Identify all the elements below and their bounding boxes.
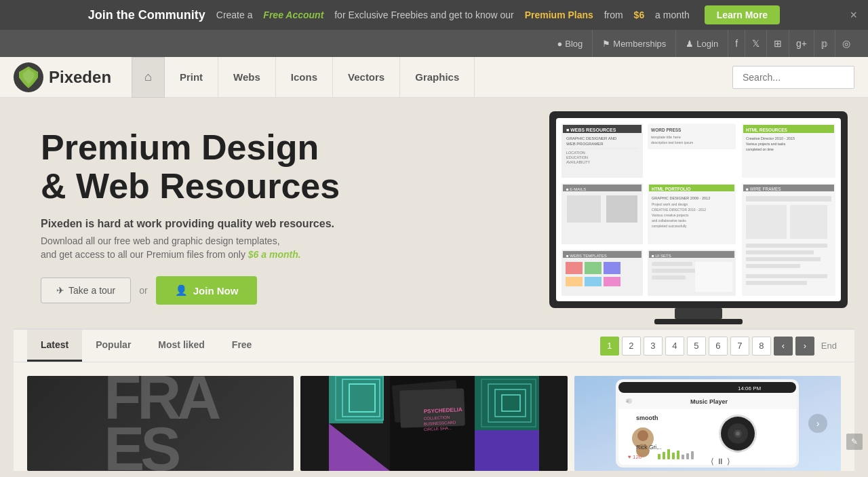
svg-text:≡: ≡ bbox=[626, 398, 629, 404]
hero-title: Premium Design & Web Resources bbox=[41, 128, 340, 206]
page-8-button[interactable]: 8 bbox=[752, 337, 771, 356]
search-area bbox=[732, 66, 854, 89]
svg-text:and collaborative tasks: and collaborative tasks bbox=[652, 218, 686, 223]
banner-title: Join the Community bbox=[88, 8, 205, 22]
nav-vectors[interactable]: Vectors bbox=[333, 57, 400, 98]
svg-text:LOCATION: LOCATION bbox=[566, 151, 585, 155]
main-header: Pixeden ⌂ Print Webs Icons Vectors Graph… bbox=[0, 57, 868, 98]
svg-rect-112 bbox=[686, 453, 689, 459]
svg-text:Project work and design: Project work and design bbox=[652, 202, 688, 206]
svg-text:■ WEBS RESOURCES: ■ WEBS RESOURCES bbox=[566, 128, 616, 132]
svg-text:14:06 PM: 14:06 PM bbox=[738, 385, 762, 392]
gallery-next-button[interactable]: › bbox=[808, 414, 827, 433]
free-account-link[interactable]: Free Account bbox=[263, 9, 323, 20]
hero-subtitle: Pixeden is hard at work providing qualit… bbox=[41, 218, 340, 230]
page-6-button[interactable]: 6 bbox=[709, 337, 728, 356]
page-4-button[interactable]: 4 bbox=[665, 337, 684, 356]
gallery-item-3-svg: 14:06 PM Music Player ≡ smooth bbox=[602, 376, 812, 471]
scroll-indicator[interactable]: ✎ bbox=[846, 434, 863, 450]
tab-latest[interactable]: Latest bbox=[27, 330, 82, 362]
next-page-button[interactable]: › bbox=[795, 337, 814, 356]
svg-text:smooth: smooth bbox=[636, 415, 658, 421]
learn-more-button[interactable]: Learn More bbox=[705, 5, 780, 24]
svg-rect-61 bbox=[746, 264, 800, 268]
pagination: 1 2 3 4 5 6 7 8 ‹ › End bbox=[600, 337, 841, 356]
svg-text:Creative Director 2010 - 2015: Creative Director 2010 - 2015 bbox=[746, 136, 795, 140]
memberships-link[interactable]: ⚑ Memberships bbox=[593, 30, 676, 57]
svg-rect-113 bbox=[691, 451, 694, 459]
rss-link[interactable]: ⊞ bbox=[767, 30, 789, 57]
tab-popular[interactable]: Popular bbox=[82, 330, 144, 362]
nav-home[interactable]: ⌂ bbox=[132, 57, 165, 98]
nav-webs[interactable]: Webs bbox=[218, 57, 276, 98]
svg-text:⟨ ⏸ ⟩: ⟨ ⏸ ⟩ bbox=[711, 457, 730, 466]
svg-rect-59 bbox=[746, 250, 814, 254]
hero-text: Premium Design & Web Resources Pixeden i… bbox=[41, 128, 340, 305]
tab-free[interactable]: Free bbox=[218, 330, 266, 362]
hero-monitor-image: ■ WEBS RESOURCES GRAPHIC DESIGNER AND WE… bbox=[529, 104, 868, 328]
nav-graphics[interactable]: Graphics bbox=[400, 57, 475, 98]
page-3-button[interactable]: 3 bbox=[644, 337, 663, 356]
premium-plans-link[interactable]: Premium Plans bbox=[525, 9, 593, 20]
svg-rect-26 bbox=[606, 195, 637, 223]
googleplus-link[interactable]: g+ bbox=[789, 30, 814, 57]
svg-text:CREATIVE DIRECTOR 2010 - 2012: CREATIVE DIRECTOR 2010 - 2012 bbox=[652, 208, 706, 212]
nav-print[interactable]: Print bbox=[165, 57, 218, 98]
blog-link[interactable]: ● Blog bbox=[547, 30, 593, 57]
svg-text:HTML RESOURCES: HTML RESOURCES bbox=[746, 128, 788, 132]
svg-text:description text lorem ipsum: description text lorem ipsum bbox=[651, 140, 693, 145]
banner-close-button[interactable]: × bbox=[850, 8, 857, 22]
svg-rect-108 bbox=[667, 449, 670, 459]
banner-desc-mid: for Exclusive Freebies and get to know o… bbox=[334, 9, 514, 20]
svg-rect-64 bbox=[675, 308, 722, 319]
svg-point-101 bbox=[637, 430, 648, 441]
facebook-link[interactable]: f bbox=[728, 30, 745, 57]
svg-text:Music Player: Music Player bbox=[690, 398, 728, 405]
svg-rect-58 bbox=[746, 244, 827, 248]
page-2-button[interactable]: 2 bbox=[622, 337, 641, 356]
content-section: Latest Popular Most liked Free 1 2 3 4 5… bbox=[14, 328, 854, 471]
svg-text:■ UI SETS: ■ UI SETS bbox=[652, 254, 671, 258]
svg-rect-111 bbox=[682, 455, 684, 459]
banner-from: from bbox=[604, 9, 623, 20]
dribbble-link[interactable]: ◎ bbox=[835, 30, 857, 57]
gallery-item-3[interactable]: 14:06 PM Music Player ≡ smooth bbox=[574, 376, 841, 471]
logo-link[interactable]: Pixeden bbox=[14, 62, 111, 92]
svg-rect-109 bbox=[672, 453, 675, 459]
page-1-button[interactable]: 1 bbox=[600, 337, 619, 356]
top-banner: Join the Community Create a Free Account… bbox=[0, 0, 868, 30]
svg-rect-60 bbox=[746, 257, 821, 261]
pinterest-link[interactable]: 𝕡 bbox=[814, 30, 835, 57]
banner-desc-pre: Create a bbox=[216, 9, 253, 20]
svg-text:■ E-MAILS: ■ E-MAILS bbox=[566, 187, 586, 191]
svg-rect-62 bbox=[746, 274, 827, 278]
take-tour-button[interactable]: ✈ Take a tour bbox=[41, 278, 131, 303]
svg-rect-106 bbox=[658, 454, 660, 459]
svg-rect-107 bbox=[663, 452, 665, 459]
page-7-button[interactable]: 7 bbox=[730, 337, 749, 356]
join-now-button[interactable]: 👤 Join Now bbox=[156, 276, 258, 305]
tab-most-liked[interactable]: Most liked bbox=[144, 330, 218, 362]
page-5-button[interactable]: 5 bbox=[687, 337, 706, 356]
gallery-item-1[interactable]: FRAES bbox=[27, 376, 294, 471]
svg-text:♥ 126: ♥ 126 bbox=[628, 454, 642, 460]
search-input[interactable] bbox=[732, 66, 854, 89]
twitter-link[interactable]: 𝕏 bbox=[745, 30, 767, 57]
login-link[interactable]: ♟ Login bbox=[676, 30, 728, 57]
gallery-item-2[interactable]: PSYCHEDELIA COLLECTION BUSINESSCARD CIRC… bbox=[300, 376, 567, 471]
top-navigation: ● Blog ⚑ Memberships ♟ Login f 𝕏 ⊞ g+ 𝕡 … bbox=[0, 30, 868, 57]
svg-text:EDUCATION: EDUCATION bbox=[566, 155, 588, 159]
scroll-icon: ✎ bbox=[851, 437, 858, 446]
prev-page-button[interactable]: ‹ bbox=[774, 337, 793, 356]
svg-marker-70 bbox=[329, 423, 390, 471]
gallery-item-2-svg: PSYCHEDELIA COLLECTION BUSINESSCARD CIRC… bbox=[329, 376, 539, 471]
svg-point-98 bbox=[736, 432, 740, 436]
svg-text:WORD PRESS: WORD PRESS bbox=[651, 128, 682, 132]
hero-buttons: ✈ Take a tour or 👤 Join Now bbox=[41, 276, 340, 305]
flag-icon: ⚑ bbox=[602, 39, 610, 49]
nav-icons[interactable]: Icons bbox=[276, 57, 333, 98]
svg-marker-83 bbox=[475, 430, 539, 471]
svg-rect-57 bbox=[790, 205, 827, 239]
svg-rect-63 bbox=[746, 281, 807, 285]
bullet-icon: ● bbox=[557, 39, 562, 49]
